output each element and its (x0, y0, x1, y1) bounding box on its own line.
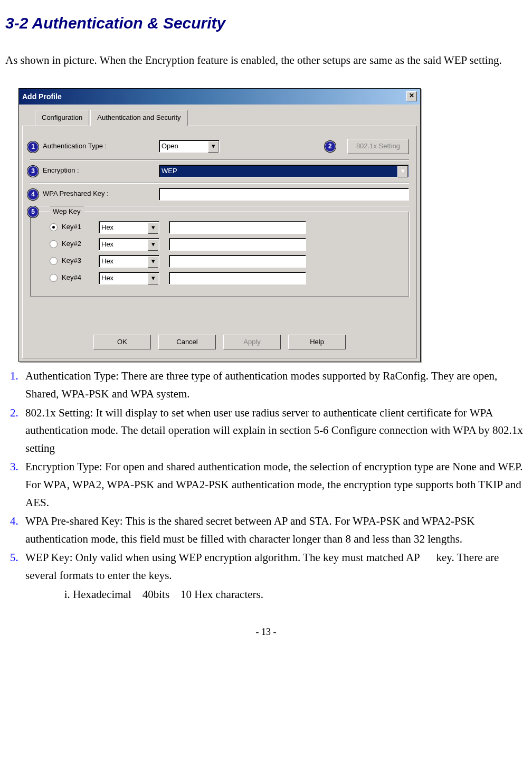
key3-input[interactable] (169, 255, 306, 268)
wep-key-row-4: Key#4 Hex ▾ (50, 272, 401, 285)
auth-type-dropdown[interactable]: Open ▾ (159, 140, 220, 153)
radio-key3[interactable] (50, 257, 58, 265)
wpa-key-input[interactable] (159, 188, 409, 201)
add-profile-dialog: Add Profile ✕ Configuration Authenticati… (18, 88, 421, 363)
key4-format-dropdown[interactable]: Hex ▾ (99, 272, 159, 285)
key1-format-dropdown[interactable]: Hex ▾ (99, 221, 159, 234)
radio-key2[interactable] (50, 240, 58, 248)
key2-input[interactable] (169, 238, 306, 251)
page-number: - 13 - (5, 624, 527, 640)
radio-key4[interactable] (50, 274, 58, 282)
chevron-down-icon: ▾ (148, 256, 158, 268)
label-key4: Key#4 (62, 272, 99, 283)
screenshot-wrapper: Add Profile ✕ Configuration Authenticati… (18, 88, 527, 363)
list-item-3: Encryption Type: For open and shared aut… (21, 458, 527, 511)
label-encryption: Encryption : (43, 166, 79, 174)
key1-format-value: Hex (101, 222, 113, 233)
tab-configuration[interactable]: Configuration (35, 110, 89, 126)
dot1x-setting-button[interactable]: 802.1x Setting (347, 139, 409, 154)
auth-type-value: Open (162, 140, 178, 152)
key4-input[interactable] (169, 272, 306, 285)
divider (30, 159, 409, 160)
key4-format-value: Hex (101, 272, 113, 284)
radio-key1[interactable] (50, 223, 58, 231)
label-key3: Key#3 (62, 255, 99, 267)
wep-key-row-3: Key#3 Hex ▾ (50, 255, 401, 268)
divider (30, 183, 409, 184)
key2-format-dropdown[interactable]: Hex ▾ (99, 238, 159, 251)
badge-2: 2 (325, 141, 336, 152)
label-key2: Key#2 (62, 239, 99, 250)
badge-4: 4 (27, 189, 39, 200)
chevron-down-icon: ▾ (148, 222, 158, 234)
main-pane: 1 Authentication Type : Open ▾ 2 802.1x … (22, 126, 417, 359)
intro-paragraph: As shown in picture. When the Encryption… (5, 52, 527, 70)
cancel-button[interactable]: Cancel (158, 335, 216, 350)
encryption-value: WEP (162, 165, 177, 177)
titlebar: Add Profile ✕ (19, 89, 420, 105)
list-item-2: 802.1x Setting: It will display to set w… (21, 404, 527, 458)
badge-3: 3 (27, 166, 39, 177)
wep-key-group-label: Wep Key (50, 206, 84, 217)
badge-5: 5 (27, 206, 39, 217)
window-title: Add Profile (22, 91, 62, 102)
list-item-5-text: WEP Key: Only valid when using WEP encry… (25, 551, 499, 582)
apply-button[interactable]: Apply (223, 335, 281, 350)
row-auth-type: 1 Authentication Type : Open ▾ 2 802.1x … (30, 136, 409, 157)
wep-key-group: 5 Wep Key Key#1 Hex ▾ Key#2 Hex (30, 211, 409, 297)
chevron-down-icon: ▾ (148, 273, 158, 285)
tab-row: Configuration Authentication and Securit… (19, 105, 420, 126)
dialog-button-row: OK Cancel Apply Help (30, 328, 409, 352)
list-item-5: WEP Key: Only valid when using WEP encry… (21, 549, 527, 603)
chevron-down-icon: ▾ (397, 166, 408, 177)
wep-key-row-1: Key#1 Hex ▾ (50, 221, 401, 234)
label-key1: Key#1 (62, 222, 99, 233)
tab-auth-security[interactable]: Authentication and Security (90, 110, 187, 126)
help-button[interactable]: Help (288, 335, 346, 350)
chevron-down-icon: ▾ (208, 141, 218, 153)
close-button[interactable]: ✕ (406, 91, 417, 101)
key2-format-value: Hex (101, 239, 113, 250)
row-encryption: 3 Encryption : WEP ▾ (30, 162, 409, 181)
label-wpa-key: WPA Preshared Key : (43, 189, 109, 197)
label-auth-type: Authentication Type : (43, 142, 107, 150)
row-wpa-preshared: 4 WPA Preshared Key : (30, 185, 409, 204)
section-heading: 3-2 Authentication & Security (5, 11, 527, 36)
divider (30, 206, 409, 207)
key3-format-dropdown[interactable]: Hex ▾ (99, 255, 159, 268)
key1-input[interactable] (169, 221, 306, 234)
badge-1: 1 (27, 141, 39, 153)
chevron-down-icon: ▾ (148, 239, 158, 251)
sublist: Hexadecimal 40bits 10 Hex characters. (25, 586, 527, 604)
numbered-list: Authentication Type: There are three typ… (5, 367, 527, 603)
encryption-dropdown[interactable]: WEP ▾ (159, 165, 409, 177)
ok-button[interactable]: OK (93, 335, 151, 350)
list-item-1: Authentication Type: There are three typ… (21, 367, 527, 403)
sublist-item-i: Hexadecimal 40bits 10 Hex characters. (73, 586, 527, 604)
key3-format-value: Hex (101, 255, 113, 267)
list-item-4: WPA Pre-shared Key: This is the shared s… (21, 513, 527, 548)
wep-key-row-2: Key#2 Hex ▾ (50, 238, 401, 251)
